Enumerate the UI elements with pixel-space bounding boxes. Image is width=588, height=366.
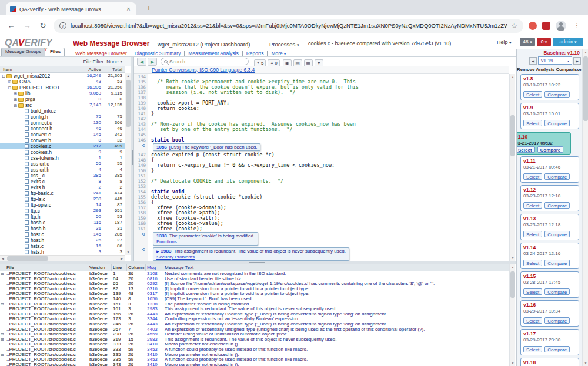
message-group-link[interactable]: Functions [156,239,255,244]
tree-item-src[interactable]: ⊟src7,14312,135 [0,102,125,108]
browser-tab[interactable]: QA·Verify - Web Message Brows × [6,2,136,15]
tree-item-css-c[interactable]: css_.c385385 [0,173,125,179]
message-row[interactable]: ..PROJECT_ROOT/src/cookies.cb3e6ece82130… [0,287,509,292]
cell-msg-number[interactable]: 0316 [146,287,163,292]
scroll-thumb[interactable] [583,56,588,121]
cell-msg-number[interactable]: 3453 [146,357,163,362]
message-row[interactable]: ..PROJECT_ROOT/src/cookies.cb3e6ece24626… [0,322,509,327]
tree-item-hash-h[interactable]: hash.h3131 [0,226,125,231]
cell-msg-number[interactable]: 1338 [146,302,163,307]
panel-scrollbar[interactable]: ▲ ▼ [582,49,588,366]
scroll-up-icon[interactable]: ▲ [510,264,516,270]
collapse-icon[interactable]: ⊟ [7,85,12,90]
message-id[interactable]: 1056 [156,145,167,150]
message-row[interactable]: ⊞..PROJECT_ROOT/src/cookies.cb3e6ece3191… [0,337,509,343]
cell-msg-number[interactable]: 3410 [146,342,163,347]
inline-message-1338[interactable]: 1338The parameter 'cookie' is being modi… [153,232,258,246]
tree-item-prga[interactable]: ⊞prga00 [0,96,125,102]
tree-item-cma[interactable]: ⊞CMA4353 [0,79,125,85]
cell-msg-number[interactable]: 4403 [146,327,163,333]
search-input[interactable] [169,59,245,65]
cell-msg-number[interactable]: 4443 [146,322,163,327]
select-button[interactable]: Select [523,260,542,266]
tree-item-ftp-ls-c[interactable]: ftp-ls.c238445 [0,196,125,202]
column-header-line[interactable]: Line [112,264,127,271]
inline-message-1056[interactable]: 1056[C99] The keyword '_Bool' has been u… [153,143,260,151]
tree-item-connect-c[interactable]: connect.c130366 [0,120,125,126]
cell-msg-number[interactable]: 4559 [146,332,163,337]
tree-item-config-h[interactable]: config.h7575 [0,114,125,120]
scroll-thumb[interactable] [510,271,515,298]
row-expand-icon[interactable]: ⊞ [0,352,5,358]
cell-msg-number[interactable]: 2983 [146,307,163,312]
compare-button[interactable]: Compare [544,260,570,266]
tree-scrollbar[interactable]: ▲ ▼ [125,73,131,255]
prev-version-button[interactable]: ◀ [529,57,537,65]
message-row[interactable]: ⊞..PROJECT_ROOT/src/cookies.cb3e6ece1613… [0,302,509,307]
tree-item-css-url-h[interactable]: css-url.h44 [0,167,125,173]
row-expand-icon[interactable]: ⊞ [0,271,5,277]
new-tab-button[interactable]: + [143,3,154,14]
column-header-file[interactable]: File [5,264,88,271]
cell-msg-number[interactable]: 0816 [146,277,163,282]
menu-diagnostic-summary[interactable]: Diagnostic Summary [131,51,185,56]
file-filter[interactable]: File Filter: None ▾ [0,57,131,66]
search-box[interactable] [161,58,249,65]
select-button[interactable]: Select [523,173,542,180]
tree-item-connect-h[interactable]: connect.h4646 [0,126,125,132]
tree-horizontal-scrollbar[interactable]: ◀ ▶ [0,255,125,261]
version-select[interactable]: v1.19 ▾ [538,56,572,65]
select-button[interactable]: Select [523,317,542,324]
scroll-thumb[interactable] [510,115,515,156]
column-header-total[interactable]: Total [112,67,122,72]
tree-item-hash-c[interactable]: hash.c116187 [0,220,125,226]
expand-icon[interactable]: ⊞ [13,91,18,96]
compare-button[interactable]: Compare [544,173,570,180]
rule-link[interactable]: Pointer Conversions, ISO:C90 Language 6.… [152,67,255,73]
message-row[interactable]: ..PROJECT_ROOT/src/cookies.cb3e6ece65200… [0,281,509,287]
code-scrollbar[interactable]: ▲ ▼ [509,74,515,261]
cell-msg-number[interactable]: 3410 [146,362,163,366]
scroll-thumb[interactable] [7,256,48,261]
tree-item-hsts-h[interactable]: hsts.h33 [0,249,125,255]
cell-msg-number[interactable]: 4443 [146,312,163,317]
forward-button[interactable]: → [22,21,32,30]
compare-button[interactable]: Compare [544,317,570,324]
profile-avatar[interactable] [556,21,566,31]
panel-title[interactable]: Remove Analysis Comparison [517,67,583,72]
select-button[interactable]: Select [523,346,542,352]
bookmark-star-icon[interactable]: ☆ [511,22,517,30]
compare-button[interactable]: Compare [544,231,570,237]
row-expand-icon[interactable]: ⊞ [0,332,5,337]
row-expand-icon[interactable]: ⊞ [0,302,5,307]
menu-measurement-analysis[interactable]: Measurement Analysis [185,51,243,56]
message-row[interactable]: ..PROJECT_ROOT/src/cookies.cb3e6ece33359… [0,347,509,352]
tree-item-lib[interactable]: ⊞lib9,0639,115 [0,90,125,96]
address-bar[interactable]: i localhost:8080/viewer.html?&db=wget_mi… [54,19,523,33]
message-row[interactable]: ..PROJECT_ROOT/src/cookies.cb3e6ece14681… [0,297,509,302]
tree-item-cookies-c[interactable]: cookies.c217499 [0,143,125,149]
expand-icon[interactable]: ⊞ [7,79,12,85]
tab-message-groups[interactable]: Message Groups [1,48,45,56]
message-group-link[interactable]: Security Problems [156,254,346,260]
reload-button[interactable]: ↻ [38,21,48,30]
select-button[interactable]: Select [523,91,542,98]
scroll-down-icon[interactable]: ▼ [583,360,588,366]
extension-icon[interactable] [529,22,537,30]
select-button[interactable]: Select [523,231,542,237]
message-row[interactable]: ..PROJECT_ROOT/src/cookies.cb3e6ece33326… [0,342,509,347]
tree-item-build-info-c[interactable]: build_info.c [0,108,125,114]
cell-msg-number[interactable]: 0292 [146,281,163,287]
compare-button[interactable]: Compare [544,91,570,98]
column-header-item[interactable]: Item [3,67,12,72]
user-menu[interactable]: admin ▾ [553,38,583,46]
expand-arrow-icon[interactable]: ▶ [156,250,159,253]
tree-item-exits-c[interactable]: exits.c88 [0,179,125,184]
collapse-icon[interactable]: ⊟ [1,73,6,79]
cell-msg-number[interactable]: 2983 [146,337,163,343]
tree-item-exits-h[interactable]: exits.h22 [0,184,125,190]
select-button[interactable]: Select [523,288,542,295]
tree-item-convert-h[interactable]: convert.h832 [0,137,125,143]
message-id[interactable]: 1338 [156,233,167,239]
message-row[interactable]: ..PROJECT_ROOT/src/cookies.cb3e6ece17333… [0,317,509,322]
